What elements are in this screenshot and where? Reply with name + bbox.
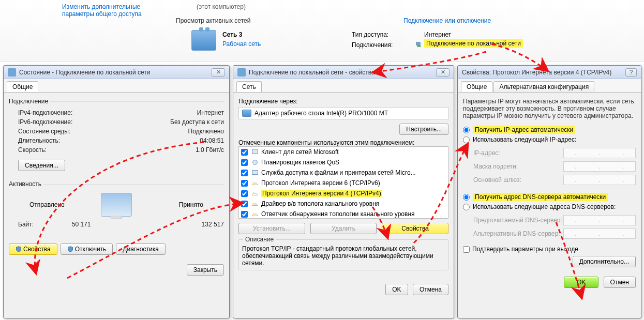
gateway-field: ... [563,175,636,185]
radio-manual-dns[interactable]: Использовать следующие адреса DNS-сервер… [463,202,636,211]
bytes-received-value: 132 517 [129,221,224,228]
network-icon [191,30,216,51]
components-list[interactable]: Клиент для сетей Microsoft Планировщик п… [238,146,448,219]
conn-props-tabs: Сеть [233,79,454,93]
status-dialog: Состояние - Подключение по локальной сет… [3,65,230,318]
ok-button[interactable]: OK [564,277,598,288]
details-button[interactable]: Сведения... [18,160,65,171]
nic-icon [242,110,251,117]
properties-button[interactable]: Свойства [9,243,57,255]
duration-value: 04:08:51 [200,137,224,144]
alternate-dns-label: Альтернативный DNS-сервер: [473,230,560,237]
cancel-button[interactable]: Отмена [413,284,448,295]
svg-rect-4 [252,171,258,175]
radio-auto-dns[interactable]: Получить адрес DNS-сервера автоматически [463,192,636,202]
shield-icon [16,246,22,252]
list-item-tcp-ipv4: Протокол Интернета версии 4 (TCP/IPv4) [239,188,448,199]
radio-manual-ip[interactable]: Использовать следующий IP-адрес: [463,135,636,144]
advanced-button[interactable]: Дополнительно... [573,256,636,267]
svg-point-3 [253,160,258,165]
connect-via-label: Подключение через: [238,98,448,105]
computer-icon [101,193,132,217]
status-tabs: Общие [4,79,229,93]
list-item: Драйвер в/в тополога канального уровня [239,199,448,209]
checkbox[interactable] [463,246,470,253]
checkbox[interactable] [241,180,248,187]
network-type-link[interactable]: Рабочая сеть [222,40,261,48]
tab-alternate[interactable]: Альтернативная конфигурация [493,81,594,92]
checkbox[interactable] [241,201,248,207]
help-icon[interactable]: ? [625,68,637,77]
access-type-value: Интернет [424,31,451,38]
adapter-name: Адаптер рабочего стола Intel(R) PRO/1000… [254,110,388,117]
connections-label: Подключения: [352,41,393,49]
install-button[interactable]: Установить... [238,223,305,234]
checkbox[interactable] [241,159,248,166]
protocol-icon [251,189,259,197]
media-state-label: Состояние среды: [18,128,70,135]
adapter-field: Адаптер рабочего стола Intel(R) PRO/1000… [238,107,448,119]
connect-or-disconnect-link[interactable]: Подключение или отключение [403,17,491,24]
radio-auto-ip[interactable]: Получить IP-адрес автоматически [463,125,636,135]
status-dialog-title: Состояние - Подключение по локальной сет… [19,69,212,76]
client-icon [251,148,259,156]
protocol-icon [251,179,259,187]
cancel-button[interactable]: Отмен [604,277,636,288]
radio-input[interactable] [463,136,470,143]
svg-rect-0 [416,42,421,45]
checkbox[interactable] [241,190,248,197]
component-properties-button[interactable]: Свойства [382,223,448,234]
svg-rect-2 [252,149,258,154]
radio-input[interactable] [463,194,470,201]
protocol-icon [251,200,259,208]
bytes-sent-value: 50 171 [34,221,129,228]
checkbox[interactable] [241,211,248,218]
change-sharing-link[interactable]: Изменить дополнительные параметры общего… [62,3,171,18]
radio-input[interactable] [463,204,470,210]
diagnostics-button[interactable]: Диагностика [116,243,166,255]
ipv4-tabs: Общие Альтернативная конфигурация [458,79,641,93]
disable-button[interactable]: Отключить [61,243,113,255]
speed-value: 1.0 Гбит/с [196,146,224,154]
ipv4-titlebar: Свойства: Протокол Интернета версии 4 (T… [458,66,641,79]
description-text: Протокол TCP/IP - стандартный протокол г… [242,245,445,267]
description-label: Описание [243,236,276,243]
this-computer-label: (этот компьютер) [197,3,246,10]
configure-button[interactable]: Настроить... [399,124,448,135]
checkbox[interactable] [241,149,248,156]
uninstall-button[interactable]: Удалить [310,223,377,234]
svg-rect-1 [417,45,421,47]
ok-button[interactable]: OK [385,284,408,295]
media-state-value: Подключено [188,128,224,135]
close-button[interactable]: Закрыть [187,264,224,276]
gateway-label: Основной шлюз: [473,176,521,184]
close-icon[interactable]: ✕ [212,68,225,77]
ipv4-value: Интернет [197,109,224,116]
tab-network[interactable]: Сеть [236,81,262,92]
ipv4-title: Свойства: Протокол Интернета версии 4 (T… [462,69,623,76]
control-panel-top: Изменить дополнительные параметры общего… [0,0,644,62]
status-dialog-titlebar: Состояние - Подключение по локальной сет… [4,66,229,79]
ip-address-field: ... [563,148,636,158]
conn-props-titlebar: Подключение по локальной сети - свойства… [233,66,454,79]
alternate-dns-field: ... [563,228,636,239]
view-active-networks-label: Просмотр активных сетей [176,17,250,24]
protocol-icon [251,210,259,218]
connection-properties-dialog: Подключение по локальной сети - свойства… [233,65,454,318]
lan-connection-link[interactable]: Подключение по локальной сети [424,39,523,48]
checkbox[interactable] [241,170,248,176]
list-item: Служба доступа к файлам и принтерам сете… [239,167,448,178]
ipv4-properties-dialog: Свойства: Протокол Интернета версии 4 (T… [457,65,641,318]
tab-general[interactable]: Общие [7,81,38,92]
validate-on-exit-checkbox[interactable]: Подтвердить параметры при выходе [463,246,636,253]
tab-general[interactable]: Общие [461,81,492,92]
access-type-label: Тип доступа: [352,31,388,38]
radio-input[interactable] [463,127,470,133]
connection-group-label: Подключение [9,98,50,105]
conn-props-title: Подключение по локальной сети - свойства [249,69,436,76]
received-label: Принято [132,201,224,208]
close-icon[interactable]: ✕ [436,68,450,77]
components-label: Отмеченные компоненты используются этим … [238,139,448,146]
lan-icon [237,68,246,77]
service-icon [251,169,259,177]
